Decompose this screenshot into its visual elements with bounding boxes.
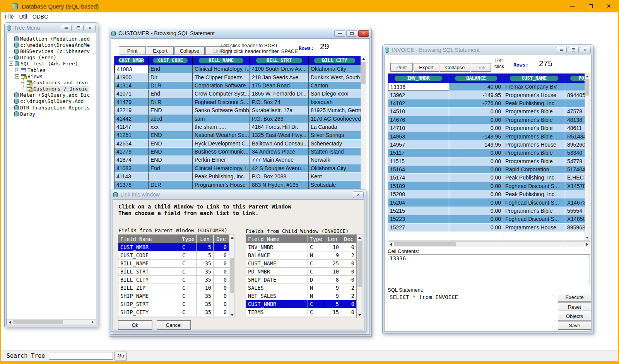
grid-cell[interactable]: Sanko Software Gmbh — [193, 106, 250, 114]
expand-expander-icon[interactable]: + — [15, 68, 19, 72]
export-button[interactable]: Export — [147, 46, 174, 55]
grid-cell[interactable]: Clinical Hematology, I... — [193, 65, 250, 73]
grid-cell[interactable]: 0.00 — [449, 157, 503, 166]
grid-cell[interactable]: Crow Computer Syst... — [193, 90, 250, 98]
grid-cell[interactable]: End — [149, 90, 193, 98]
grid-cell[interactable]: Oklahoma City — [309, 65, 361, 73]
grid-cell[interactable]: 41779 — [115, 148, 149, 156]
grid-cell[interactable]: 14676 — [388, 116, 449, 124]
tree-item[interactable]: Meter (SqlQuery.add Dic — [7, 92, 96, 98]
scrollbar-thumb[interactable] — [361, 62, 366, 84]
grid-cell[interactable]: DLR — [149, 98, 193, 106]
field-row[interactable]: BILL_CITYC350 — [118, 276, 229, 284]
tree-horizontal-scrollbar[interactable] — [7, 319, 96, 325]
grid-cell[interactable]: Corporation Software... — [193, 82, 250, 90]
grid-cell[interactable]: 41900 — [115, 73, 149, 81]
grid-cell[interactable]: 54778 — [565, 157, 585, 166]
grid-cell[interactable]: Clinical Hematology, I... — [193, 164, 250, 173]
scroll-left-arrow[interactable] — [7, 320, 13, 325]
go-button[interactable]: Go — [115, 352, 127, 360]
grid-cell[interactable]: P.O. Box 74 — [250, 98, 309, 106]
grid-cell[interactable]: X14578J — [565, 182, 585, 190]
grid-cell[interactable] — [149, 173, 193, 181]
grid-cell[interactable]: 41143 — [115, 173, 149, 181]
grid-cell[interactable]: Oklahoma City — [309, 164, 361, 173]
grid-cell[interactable]: 41479 — [115, 98, 149, 106]
close-button[interactable]: ✕ — [85, 25, 96, 31]
search-tree-input[interactable] — [49, 352, 113, 360]
scroll-up-arrow[interactable] — [229, 235, 234, 240]
grid-cell[interactable]: 41083 — [115, 164, 149, 173]
grid-cell[interactable]: Kent — [309, 173, 361, 181]
grid-cell[interactable]: abcd — [149, 114, 193, 123]
ok-button[interactable]: Ok — [118, 320, 152, 330]
grid-cell[interactable]: 13336 — [388, 83, 449, 91]
grid-cell[interactable]: the sham ..... — [193, 123, 250, 131]
grid-cell[interactable]: 0.00 — [449, 190, 503, 198]
grid-cell[interactable]: 0.00 — [449, 224, 503, 232]
grid-cell[interactable]: 81925 Munich, Germ — [309, 106, 361, 114]
scroll-up-arrow[interactable] — [585, 74, 590, 79]
grid-cell[interactable]: Perkin-Elmer — [193, 156, 250, 164]
grid-cell[interactable]: 15189 — [388, 182, 449, 190]
scroll-up-arrow[interactable] — [357, 235, 362, 240]
grid-cell[interactable]: 0.00 — [449, 116, 503, 124]
grid-cell[interactable]: Foghead Discount S... — [503, 182, 565, 190]
grid-cell[interactable]: 42219 — [115, 106, 149, 114]
link-button[interactable]: Link — [471, 63, 491, 72]
field-row[interactable]: CUST_CODEC50 — [118, 251, 229, 260]
grid-cell[interactable]: 894405 — [565, 91, 585, 99]
field-row[interactable]: PO_NMBRC100 — [246, 268, 356, 276]
field-row[interactable]: BILL_ZIPC100 — [118, 284, 229, 292]
grid-cell[interactable]: X14673J — [565, 198, 585, 207]
collapse-button[interactable]: Collapse — [440, 63, 470, 72]
grid-cell[interactable]: Surabellastr. 17a — [250, 106, 309, 114]
scrollbar-thumb[interactable] — [585, 79, 589, 96]
grid-cell[interactable] — [449, 232, 503, 241]
grid-cell[interactable]: END — [149, 156, 193, 164]
tree-item[interactable]: DTR Transaction Reports — [7, 104, 96, 111]
grid-cell[interactable]: 0.00 — [449, 166, 503, 174]
grid-cell[interactable]: R51434 — [565, 132, 585, 140]
tree-titlebar[interactable]: Tree Menu ✕ — [5, 23, 98, 33]
grid-cell[interactable]: xxx — [149, 123, 193, 131]
grid-cell[interactable]: Schenectady — [309, 140, 361, 148]
close-button[interactable]: ✕ — [353, 191, 364, 198]
grid-cell[interactable]: X14850J — [565, 215, 585, 223]
grid-cell[interactable]: 41442 — [115, 114, 149, 123]
scroll-right-arrow[interactable] — [90, 320, 96, 325]
grid-cell[interactable]: Statten Island — [309, 148, 361, 156]
grid-cell[interactable]: 777 Main Avenue — [250, 156, 309, 164]
grid-cell[interactable]: 218 Jan Seeds Ave. — [250, 73, 309, 81]
menu-file[interactable]: File — [5, 14, 14, 20]
grid-cell[interactable]: Programmer's Bible — [503, 132, 565, 140]
grid-cell[interactable]: 4164 Forest Hill Dr. — [250, 123, 309, 131]
close-button[interactable]: ✕ — [600, 0, 618, 12]
grid-cell[interactable]: Programmer's Bible — [503, 124, 565, 132]
menu-odbc[interactable]: ODBC — [32, 14, 48, 20]
column-header[interactable]: BILL_CITY — [309, 56, 361, 65]
grid-cell[interactable]: 55554 — [565, 207, 585, 215]
grid-cell[interactable]: Canton — [309, 82, 361, 90]
tree-item[interactable]: Drugs (Free) — [7, 55, 96, 61]
grid-cell[interactable]: 14953 — [388, 132, 449, 140]
grid-cell[interactable]: 14102 — [388, 99, 449, 108]
collapse-expander-icon[interactable]: − — [9, 62, 13, 66]
invoice-titlebar[interactable]: INVOICE - Browsing SQL Statement ✕ — [383, 45, 593, 55]
grid-cell[interactable]: Programmer's House — [503, 224, 565, 232]
print-button[interactable]: Print — [390, 63, 413, 72]
close-button[interactable]: ✕ — [358, 30, 369, 37]
column-header[interactable]: CUST_NMBR — [115, 56, 149, 65]
grid-cell[interactable]: 895260 — [565, 141, 585, 149]
grid-cell[interactable]: 42 S Douglas Avenu... — [250, 164, 309, 173]
grid-cell[interactable]: 41314 — [115, 82, 149, 90]
scrollbar-thumb[interactable] — [13, 320, 63, 324]
grid-cell[interactable]: Peak Publishing, Inc. — [193, 173, 250, 181]
grid-cell[interactable]: 15117 — [388, 149, 449, 157]
grid-cell[interactable]: END — [149, 131, 193, 139]
link-dialog-titlebar[interactable]: Link this window ✕ — [111, 190, 366, 199]
child-fields-scrollbar[interactable] — [357, 234, 363, 318]
minimize-button[interactable] — [556, 47, 567, 53]
scroll-down-arrow[interactable] — [229, 312, 234, 318]
execute-button[interactable]: Execute — [558, 293, 591, 301]
